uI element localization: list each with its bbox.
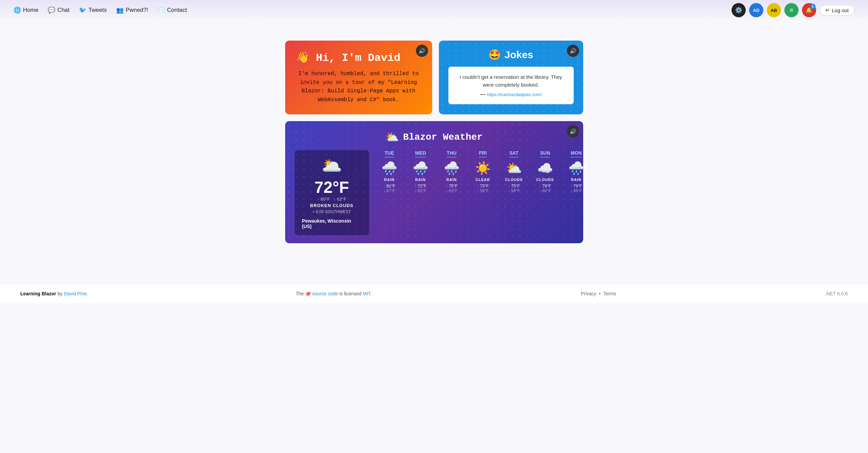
jokes-card: 🔊 🤩 Jokes I couldn't get a reservation a…	[439, 41, 583, 114]
forecast-day-name[interactable]: WED	[415, 150, 426, 157]
nav-pwned[interactable]: 👥 Pwned?!	[116, 6, 148, 14]
weather-sound-button[interactable]: 🔊	[567, 125, 579, 137]
current-range: ↑ 80°F ↓ 62°F	[317, 197, 346, 202]
forecast-day-name[interactable]: THU	[447, 150, 457, 157]
header-actions: ⚙️ AD AB ≡ 🔔 1 ↩ Log out	[732, 3, 854, 17]
hi-card-title: 👋 Hi, I'm David	[296, 51, 421, 64]
chat-icon: 💬	[48, 6, 55, 14]
forecast-temps: ↑ 75°F ↓ 63°F	[446, 184, 457, 193]
forecast-high: ↑ 79°F	[570, 184, 582, 188]
weather-card: 🔊 ⛅ Blazor Weather 🌥️ 72°F ↑ 80°F ↓ 62°F…	[285, 121, 583, 243]
forecast-temps: ↑ 81°F ↓ 67°F	[383, 184, 395, 193]
forecast-day-name[interactable]: SUN	[540, 150, 550, 157]
forecast-condition: CLOUDS	[505, 178, 523, 182]
low-value: 62°F	[418, 188, 426, 193]
joke-link[interactable]: https://icanhazdadjoke.com/	[487, 92, 542, 97]
forecast-day: WED 🌧️ RAIN ↑ 72°F ↓ 62°F	[407, 150, 434, 193]
current-description: BROKEN CLOUDS	[310, 203, 354, 208]
current-low: 62°F	[337, 197, 346, 202]
ab-test-button[interactable]: AB	[767, 3, 781, 17]
nav-tweets[interactable]: 🐦 Tweets	[79, 6, 107, 14]
high-value: 72°F	[418, 184, 426, 188]
low-arrow: ↓	[570, 188, 572, 193]
nav-home[interactable]: 🌐 Home	[14, 6, 38, 14]
forecast-condition: RAIN	[446, 178, 457, 182]
forecast-day: MON 🌧️ RAIN ↑ 79°F ↓ 66°F	[563, 150, 590, 193]
forecast-high: ↑ 73°F	[477, 184, 488, 188]
low-arrow: ↓	[446, 188, 448, 193]
forecast-day-name[interactable]: FRI	[479, 150, 487, 157]
pwned-icon: 👥	[116, 6, 124, 14]
forecast-day-name[interactable]: MON	[571, 150, 582, 157]
forecast-condition: RAIN	[415, 178, 426, 182]
jokes-emoji: 🤩	[488, 49, 501, 61]
low-arrow: ↓	[415, 188, 417, 193]
high-arrow: ↑	[383, 184, 385, 188]
forecast-day: FRI ☀️ CLEAR ↑ 73°F ↓ 59°F	[469, 150, 496, 193]
footer-github-icon: 🐙	[305, 291, 312, 296]
forecast-temps: ↑ 79°F ↓ 66°F	[570, 184, 582, 193]
low-value: 66°F	[573, 188, 582, 193]
forecast-high: ↑ 81°F	[383, 184, 395, 188]
forecast-low: ↓ 60°F	[539, 188, 551, 193]
logout-button[interactable]: ↩ Log out	[820, 5, 854, 16]
forecast-icon: ☀️	[475, 161, 491, 176]
low-value: 58°F	[511, 188, 520, 193]
list-button[interactable]: ≡	[784, 3, 799, 17]
nav-chat[interactable]: 💬 Chat	[48, 6, 69, 14]
footer-privacy-link[interactable]: Privacy	[581, 291, 596, 296]
footer-source-link[interactable]: source code	[312, 291, 338, 296]
nav-home-label: Home	[23, 7, 38, 14]
weather-emoji: ⛅	[385, 131, 399, 143]
high-arrow: ↑	[539, 184, 541, 188]
twitter-icon: 🐦	[79, 6, 86, 14]
footer-version: .NET 6.0.6	[825, 291, 848, 296]
footer-links: Privacy • Terms	[579, 291, 618, 296]
weather-title: Blazor Weather	[403, 132, 483, 142]
forecast-temps: ↑ 79°F ↓ 60°F	[539, 184, 551, 193]
low-arrow: ↓	[477, 188, 479, 193]
footer: Learning Blazor by David Pine. The 🐙 sou…	[0, 284, 868, 303]
forecast-icon: ☁️	[537, 161, 553, 176]
footer-author-link[interactable]: David Pine.	[64, 291, 88, 296]
high-arrow: ↑	[415, 184, 417, 188]
high-value: 79°F	[573, 184, 582, 188]
footer-brand: Learning Blazor	[20, 291, 56, 296]
notifications-button[interactable]: 🔔 1	[802, 3, 816, 17]
current-weather-icon: 🌥️	[322, 156, 342, 175]
forecast-low: ↓ 58°F	[508, 188, 520, 193]
nav-contact[interactable]: ✉️ Contact	[157, 6, 187, 14]
footer-license-link[interactable]: MIT.	[363, 291, 372, 296]
high-arrow: ↑	[446, 184, 448, 188]
settings-button[interactable]: ⚙️	[732, 3, 746, 17]
joke-attribution: — https://icanhazdadjoke.com/	[457, 91, 566, 97]
low-value: 59°F	[480, 188, 488, 193]
footer-terms-link[interactable]: Terms	[603, 291, 616, 296]
contact-icon: ✉️	[157, 6, 165, 14]
forecast-icon: 🌧️	[444, 161, 460, 176]
jokes-card-title: 🤩 Jokes	[488, 49, 533, 61]
top-cards-row: 🔊 👋 Hi, I'm David I'm honored, humbled, …	[285, 41, 583, 114]
current-location: Pewaukee, Wisconsin (US)	[302, 218, 362, 229]
footer-license-text: is licensed	[339, 291, 363, 296]
high-arrow: ↑	[477, 184, 479, 188]
joke-em-dash: —	[480, 91, 487, 97]
high-value: 73°F	[480, 184, 488, 188]
high-value: 75°F	[449, 184, 457, 188]
jokes-sound-button[interactable]: 🔊	[567, 45, 579, 57]
forecast-day-name[interactable]: SAT	[509, 150, 518, 157]
joke-text: I couldn't get a reservation at the libr…	[457, 73, 566, 89]
hi-sound-button[interactable]: 🔊	[416, 45, 428, 57]
forecast-day: SAT ⛅ CLOUDS ↑ 75°F ↓ 58°F	[501, 150, 528, 193]
nav-contact-label: Contact	[167, 7, 187, 14]
weather-header: ⛅ Blazor Weather	[295, 131, 574, 143]
forecast-low: ↓ 62°F	[415, 188, 426, 193]
notification-badge: 1	[810, 4, 816, 9]
forecast-day-name[interactable]: TUE	[385, 150, 394, 157]
ad-button[interactable]: AD	[749, 3, 763, 17]
current-high-arrow: ↑	[317, 197, 319, 202]
forecast-day: SUN ☁️ CLOUDS ↑ 79°F ↓ 60°F	[532, 150, 559, 193]
hi-card-text: I'm honored, humbled, and thrilled to in…	[296, 70, 421, 104]
forecast-day: THU 🌧️ RAIN ↑ 75°F ↓ 63°F	[438, 150, 465, 193]
nav-tweets-label: Tweets	[88, 7, 107, 14]
